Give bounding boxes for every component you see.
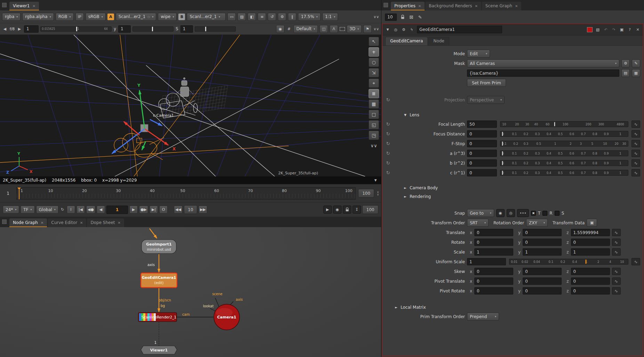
- stage-sync-icon[interactable]: ↻: [385, 97, 392, 102]
- gamma-slider[interactable]: [132, 26, 174, 32]
- projection-dropdown[interactable]: Perspective▾: [467, 96, 505, 104]
- nodegraph-canvas[interactable]: GeoImport1 minirobot.usd axis GeoEditCam…: [0, 227, 381, 357]
- distortion-a-field[interactable]: 0: [467, 150, 497, 157]
- node-name-field[interactable]: GeoEditCamera1: [417, 26, 502, 33]
- flipbook-button[interactable]: ▶: [323, 206, 332, 214]
- mode-dropdown[interactable]: Edit▾: [467, 50, 490, 58]
- curve-button[interactable]: ∿: [631, 258, 640, 265]
- capture-button[interactable]: ◉: [333, 206, 341, 214]
- clear-panels-icon[interactable]: ⊠: [409, 14, 414, 20]
- close-icon[interactable]: ✕: [475, 4, 477, 8]
- timeline-mode-dropdown[interactable]: TF▾: [21, 206, 34, 214]
- gain-input[interactable]: 1: [24, 25, 39, 33]
- redo-icon[interactable]: ↷: [611, 27, 617, 32]
- focus-distance-field[interactable]: 0: [467, 130, 497, 138]
- slider-handle[interactable]: [502, 161, 503, 165]
- layout-rows-tool[interactable]: ≣: [369, 89, 379, 98]
- stage-sync-icon[interactable]: ↻: [385, 122, 392, 127]
- close-icon[interactable]: ✕: [118, 221, 121, 225]
- focal-length-slider[interactable]: 10203040601002003004800: [500, 121, 628, 127]
- layers-stack-icon[interactable]: ≡: [258, 13, 266, 21]
- curve-button[interactable]: ∿: [631, 121, 640, 128]
- panel-menu-icon[interactable]: [2, 3, 7, 7]
- curve-button[interactable]: ∿: [631, 159, 640, 167]
- goto-start-button[interactable]: |◀: [77, 206, 85, 214]
- input-process-toggle[interactable]: IP: [75, 13, 84, 21]
- close-icon[interactable]: ✕: [80, 221, 83, 225]
- stage-sync-icon[interactable]: ↻: [385, 131, 392, 136]
- wipe-mode-dropdown[interactable]: wipe▾: [158, 13, 177, 21]
- gain-decrease-icon[interactable]: ◀: [2, 27, 8, 31]
- pattern-list-icon[interactable]: ▤: [621, 69, 630, 77]
- focal-length-field[interactable]: 50: [467, 121, 497, 128]
- help-icon[interactable]: ?: [627, 27, 633, 32]
- scale-tool[interactable]: ⇲: [369, 68, 379, 77]
- prim-transform-order-dropdown[interactable]: Prepend▾: [467, 313, 499, 321]
- prev-frame-button[interactable]: ◀: [97, 206, 105, 214]
- framebuffer-icon[interactable]: ◫: [320, 25, 328, 33]
- distortion-c-field[interactable]: 0: [467, 169, 497, 176]
- slider-handle[interactable]: [502, 132, 503, 136]
- transform-data-button[interactable]: ▣: [587, 219, 597, 227]
- uniform-scale-field[interactable]: 1: [467, 258, 506, 265]
- translate-gizmo[interactable]: Y X: [112, 83, 176, 153]
- rendering-group-header[interactable]: ► Rendering: [385, 193, 640, 200]
- refresh-viewer-icon[interactable]: ↺: [268, 13, 276, 21]
- stage-sync-icon[interactable]: ↻: [385, 170, 392, 175]
- slider-handle[interactable]: [585, 259, 587, 264]
- frame-selected-tool[interactable]: ◱: [369, 120, 379, 130]
- tab-curve-editor[interactable]: Curve Editor ✕: [48, 218, 86, 227]
- pivot-rotate-z-field[interactable]: 0: [571, 287, 610, 294]
- slider-handle[interactable]: [502, 171, 503, 175]
- scale-y-field[interactable]: 1: [523, 248, 562, 256]
- prim-pattern-field[interactable]: {isa:Camera}: [467, 69, 619, 77]
- rotate-x-field[interactable]: 0: [474, 239, 513, 246]
- set-out-point-button[interactable]: O: [159, 206, 168, 214]
- rotation-order-dropdown[interactable]: ZXY▾: [526, 219, 548, 227]
- curve-button[interactable]: ∿: [612, 239, 621, 246]
- node-camera1[interactable]: Camera1: [214, 304, 240, 330]
- fps-dropdown[interactable]: 24*▾: [3, 206, 19, 214]
- fstop-field[interactable]: 0: [467, 140, 497, 147]
- select-tool[interactable]: ↖: [369, 37, 379, 46]
- panel-menu-icon[interactable]: [2, 219, 7, 224]
- a-input-dropdown[interactable]: Scanl...er2_1○▾: [116, 13, 156, 21]
- set-in-point-button[interactable]: I: [67, 206, 75, 214]
- center-node-icon[interactable]: ◎: [393, 27, 399, 32]
- global-range-end[interactable]: 100: [362, 205, 378, 214]
- timeline-collapse-icon[interactable]: ∨∨: [377, 191, 379, 196]
- 3d-viewport-canvas[interactable]: c:Camera1: [0, 35, 381, 176]
- tab-properties[interactable]: Properties ✕: [391, 2, 425, 10]
- set-from-prim-button[interactable]: Set From Prim: [467, 79, 506, 87]
- snap-options-button[interactable]: •••: [517, 209, 529, 217]
- camera-body-group-header[interactable]: ► Camera Body: [385, 184, 640, 192]
- pivot-translate-x-field[interactable]: 0: [474, 277, 513, 285]
- jump-back-button[interactable]: ◀◀: [174, 206, 183, 214]
- mask-overlay-icon[interactable]: #: [286, 27, 292, 31]
- next-keyframe-button[interactable]: ●▶: [139, 206, 148, 214]
- gain-slider[interactable]: 0.015625 1 64: [40, 26, 112, 32]
- snapshot-icon[interactable]: ⚑: [363, 25, 372, 33]
- checker-background-icon[interactable]: ▨: [238, 13, 246, 21]
- stage-sync-icon[interactable]: ↻: [385, 141, 392, 146]
- toolbar-collapse-icon[interactable]: ∨∨: [373, 27, 379, 31]
- playback-loop-icon[interactable]: ↻: [60, 207, 65, 212]
- node-geoimport1[interactable]: GeoImport1 minirobot.usd: [142, 240, 176, 254]
- tab-scene-graph[interactable]: Scene Graph ✕: [482, 2, 522, 10]
- gamma-display-icon[interactable]: Λ: [330, 25, 338, 33]
- lens-group-header[interactable]: ▼ Lens: [385, 111, 640, 119]
- skew-x-field[interactable]: 0: [474, 268, 513, 275]
- layout-grid-tool[interactable]: ▦: [369, 99, 379, 109]
- uniform-scale-slider[interactable]: 0.010.020.040.10.20.412410: [509, 259, 628, 265]
- zoom-dropdown[interactable]: 17.5%▾: [298, 13, 320, 21]
- curve-button[interactable]: ∿: [612, 248, 621, 256]
- fstop-slider[interactable]: 0.10.20.30.51235102030: [500, 141, 628, 147]
- max-panels-field[interactable]: 10: [385, 14, 397, 21]
- close-icon[interactable]: ✕: [32, 4, 35, 8]
- mask-edit-icon[interactable]: ✎: [632, 59, 640, 67]
- saturation-slider-handle[interactable]: [205, 27, 206, 31]
- pause-render-icon[interactable]: ‖: [288, 13, 296, 21]
- node-color-swatch[interactable]: [587, 27, 593, 32]
- curve-button[interactable]: ∿: [612, 287, 621, 294]
- snap-orient-icon[interactable]: ◎: [507, 209, 515, 217]
